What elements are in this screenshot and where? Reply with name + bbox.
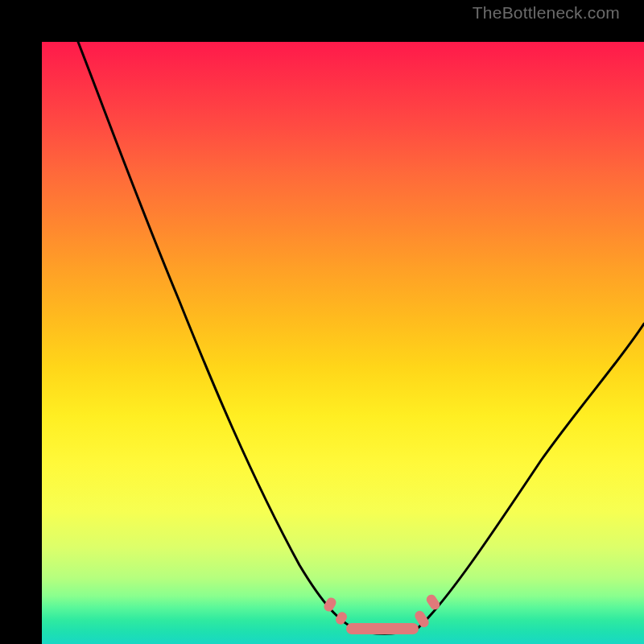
right-curve bbox=[416, 324, 644, 630]
curve-layer bbox=[42, 42, 644, 644]
plot-area bbox=[42, 42, 644, 644]
watermark-text: TheBottleneck.com bbox=[473, 3, 620, 23]
chart-frame bbox=[0, 0, 644, 644]
svg-rect-2 bbox=[346, 623, 419, 634]
left-curve bbox=[78, 42, 356, 630]
svg-rect-0 bbox=[322, 596, 337, 613]
svg-rect-4 bbox=[424, 592, 441, 611]
highlight-band bbox=[322, 592, 441, 634]
